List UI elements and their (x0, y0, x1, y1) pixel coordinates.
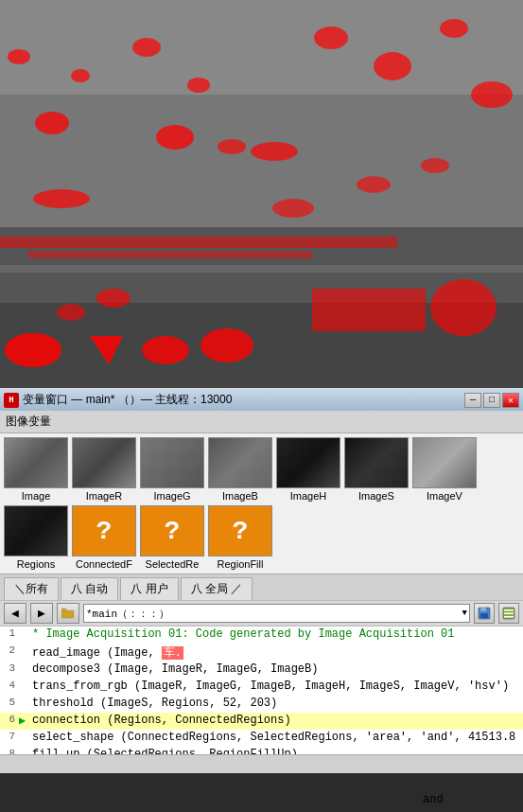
line-content-2: read_image (Image, 车. (32, 644, 523, 661)
svg-rect-22 (0, 237, 397, 248)
settings-button[interactable] (498, 603, 519, 624)
dropdown-arrow-icon: ▼ (462, 609, 467, 618)
svg-rect-1 (0, 0, 523, 95)
tabs-area: ＼所有 八 自动 八 用户 八 全局 ／ (0, 574, 523, 600)
var-thumb-regionFill: ? (208, 505, 272, 556)
code-line-4: 4 trans_from_rgb (ImageR, ImageG, ImageB… (0, 679, 523, 696)
tab-user[interactable]: 八 用户 (120, 577, 178, 600)
svg-rect-35 (480, 608, 486, 611)
var-item-imageB[interactable]: ImageB (208, 437, 272, 502)
tab-auto[interactable]: 八 自动 (61, 577, 118, 600)
svg-point-25 (430, 279, 497, 336)
svg-rect-36 (480, 613, 488, 618)
svg-point-6 (5, 333, 61, 367)
line-number-2: 2 (0, 644, 19, 656)
var-label-connectedF: ConnectedF (76, 558, 132, 570)
var-item-image[interactable]: Image (4, 437, 68, 502)
minimize-button[interactable]: — (464, 393, 481, 408)
var-item-imageR[interactable]: ImageR (72, 437, 136, 502)
var-item-imageG[interactable]: ImageG (140, 437, 204, 502)
toolbar: ◀ ▶ *main（：：：） ▼ (0, 600, 523, 627)
svg-rect-23 (28, 251, 312, 258)
variable-grid: Image ImageR ImageG ImageB ImageH ImageS… (0, 433, 523, 574)
svg-rect-33 (61, 609, 66, 611)
svg-rect-5 (0, 289, 523, 294)
var-thumb-regions (4, 505, 68, 556)
svg-point-13 (132, 38, 161, 57)
var-thumb-selectedRe: ? (140, 505, 204, 556)
tab-global[interactable]: 八 全局 ／ (181, 577, 253, 600)
save-button[interactable] (474, 603, 495, 624)
svg-point-12 (71, 69, 90, 82)
line-content-5: threshold (ImageS, Regions, 52, 203) (32, 697, 523, 710)
svg-point-26 (96, 289, 131, 308)
svg-point-29 (272, 199, 314, 218)
close-button[interactable]: ✕ (502, 393, 519, 408)
var-window-title: 图像变量 (0, 411, 523, 433)
line-number-4: 4 (0, 680, 19, 691)
var-label-regions: Regions (17, 558, 55, 570)
line-number-7: 7 (0, 731, 19, 742)
status-bar: and (0, 754, 523, 773)
svg-rect-38 (504, 609, 514, 611)
svg-point-30 (357, 176, 391, 193)
var-item-selectedRe[interactable]: ? SelectedRe (140, 505, 204, 570)
svg-point-14 (187, 78, 210, 93)
var-thumb-imageS (344, 437, 409, 488)
svg-point-28 (218, 139, 246, 154)
line-content-7: select_shape (ConnectedRegions, Selected… (32, 731, 523, 744)
window-controls: — □ ✕ (464, 393, 519, 408)
var-label-imageH: ImageH (290, 490, 327, 502)
var-item-imageV[interactable]: ImageV (412, 437, 477, 502)
svg-rect-39 (504, 613, 514, 615)
svg-rect-0 (0, 0, 523, 388)
var-thumb-imageR (72, 437, 136, 488)
line-content-3: decompose3 (Image, ImageR, ImageG, Image… (32, 662, 523, 676)
line-number-1: 1 (0, 627, 19, 639)
var-item-connectedF[interactable]: ? ConnectedF (72, 505, 136, 570)
title-bar-left: H 变量窗口 — main* （）— 主线程：13000 (4, 392, 232, 408)
image-display (0, 0, 523, 388)
var-thumb-connectedF: ? (72, 505, 136, 556)
var-thumb-imageG (140, 437, 204, 488)
line-content-8: fill_up (SelectedRegions, RegionFillUp) (32, 748, 523, 754)
var-label-imageB: ImageB (222, 490, 258, 502)
svg-point-31 (421, 158, 449, 173)
var-label-imageG: ImageG (153, 490, 190, 502)
svg-point-20 (440, 19, 468, 38)
var-item-regionFill[interactable]: ? RegionFill (208, 505, 272, 570)
svg-rect-3 (0, 303, 523, 388)
tab-all[interactable]: ＼所有 (4, 577, 59, 600)
var-item-imageH[interactable]: ImageH (276, 437, 340, 502)
back-button[interactable]: ◀ (4, 603, 26, 624)
window-title: 变量窗口 — main* （）— 主线程：13000 (23, 392, 232, 408)
code-line-1: 1 * Image Acquisition 01: Code generated… (0, 627, 523, 644)
maximize-button[interactable]: □ (483, 393, 500, 408)
folder-button[interactable] (57, 603, 79, 624)
line-content-1: * Image Acquisition 01: Code generated b… (32, 627, 523, 641)
var-item-imageS[interactable]: ImageS (344, 437, 409, 502)
title-bar: H 变量窗口 — main* （）— 主线程：13000 — □ ✕ (0, 388, 523, 411)
code-line-6: 6 ▶ connection (Regions, ConnectedRegion… (0, 713, 523, 730)
code-line-3: 3 decompose3 (Image, ImageR, ImageG, Ima… (0, 662, 523, 679)
var-thumb-imageH (276, 437, 340, 488)
app-icon: H (4, 393, 19, 408)
proc-selector[interactable]: *main（：：：） ▼ (83, 604, 470, 623)
code-editor[interactable]: 1 * Image Acquisition 01: Code generated… (0, 627, 523, 754)
variable-window: 图像变量 Image ImageR ImageG ImageB ImageH I… (0, 411, 523, 574)
svg-point-15 (156, 125, 194, 150)
var-item-regions[interactable]: Regions (4, 505, 68, 570)
svg-point-11 (35, 112, 69, 134)
svg-point-9 (200, 328, 253, 362)
var-label-image: Image (22, 490, 51, 502)
line-number-6: 6 (0, 714, 19, 725)
proc-name: *main（：：：） (86, 607, 462, 621)
code-line-2: 2 read_image (Image, 车. (0, 644, 523, 662)
svg-point-17 (251, 142, 298, 161)
svg-rect-40 (504, 616, 514, 618)
forward-button[interactable]: ▶ (30, 603, 53, 624)
var-label-selectedRe: SelectedRe (146, 558, 200, 570)
code-line-5: 5 threshold (ImageS, Regions, 52, 203) (0, 696, 523, 713)
svg-rect-2 (0, 227, 523, 303)
line-number-5: 5 (0, 697, 19, 708)
